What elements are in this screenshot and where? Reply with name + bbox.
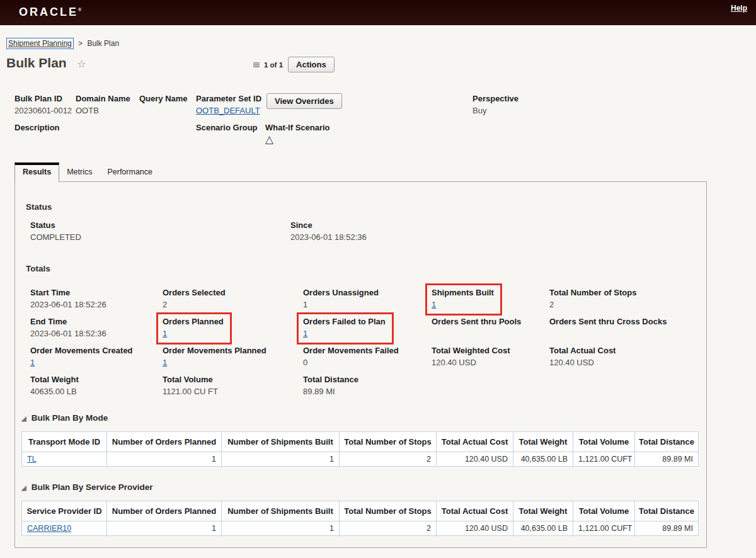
col-total-volume: Total Volume [573,501,635,521]
mode-section-heading: ◢Bulk Plan By Mode [21,413,706,423]
total-distance: Total Distance 89.89 MI [303,374,432,397]
total-orders-unassigned: Orders Unassigned 1 [303,287,432,310]
col-total-weight: Total Weight [513,432,573,452]
total-orders-planned: Orders Planned 1 [163,316,303,339]
col-total-volume: Total Volume [573,432,635,452]
breadcrumb: Shipment Planning > Bulk Plan [6,39,756,48]
what-if-triangle-icon[interactable]: △ [265,134,273,145]
service-provider-link[interactable]: CARRIER10 [27,524,71,533]
tab-results[interactable]: Results [14,162,59,182]
total-orders-selected: Orders Selected 2 [163,287,303,310]
col-total-distance: Total Distance [635,501,699,521]
col-num-orders-planned: Number of Orders Planned [107,501,222,521]
col-service-provider-id: Service Provider ID [22,501,107,521]
status-fields: Status COMPLETED Since 2023-06-01 18:52:… [30,219,706,244]
view-overrides-button[interactable]: View Overrides [266,93,342,109]
total-end-time: End Time 2023-06-01 18:52:36 [30,316,163,339]
col-total-actual-cost: Total Actual Cost [437,432,513,452]
col-total-distance: Total Distance [635,432,699,452]
breadcrumb-shipment-planning[interactable]: Shipment Planning [6,38,74,49]
table-row: CARRIER10 1 1 2 120.40 USD 40,635.00 LB … [22,521,699,536]
shipments-built-link[interactable]: 1 [432,300,436,309]
total-weight: Total Weight 40635.00 LB [30,374,163,397]
field-perspective: Perspective Buy [472,93,518,117]
total-actual-cost: Total Actual Cost 120.40 USD [549,345,706,368]
col-transport-mode-id: Transport Mode ID [22,432,107,452]
collapse-triangle-icon[interactable]: ◢ [21,415,26,422]
field-domain-name: Domain Name OOTB [76,93,130,117]
provider-section-heading: ◢Bulk Plan By Service Provider [21,482,706,492]
total-number-of-stops: Total Number of Stops 2 [549,287,706,310]
total-order-movements-failed: Order Movements Failed 0 [303,345,432,368]
col-num-shipments-built: Number of Shipments Built [222,432,340,452]
mode-table: Transport Mode ID Number of Orders Plann… [21,431,699,467]
order-movements-planned-link[interactable]: 1 [163,358,167,367]
total-start-time: Start Time 2023-06-01 18:52:26 [30,287,163,310]
field-status: Status COMPLETED [30,219,290,244]
col-total-number-of-stops: Total Number of Stops [340,501,437,521]
total-orders-failed-to-plan: Orders Failed to Plan 1 [303,316,432,339]
transport-mode-link[interactable]: TL [27,455,37,464]
total-orders-sent-thru-pools: Orders Sent thru Pools [432,316,549,339]
field-query-name: Query Name [139,93,188,117]
orders-planned-highlight-box: Orders Planned 1 [156,312,232,344]
results-list-icon[interactable] [252,60,261,69]
total-shipments-built: Shipments Built 1 [432,287,549,310]
header-fields: Bulk Plan ID 20230601-0012 Domain Name O… [0,93,756,153]
tab-performance[interactable]: Performance [100,163,160,181]
field-bulk-plan-id: Bulk Plan ID 20230601-0012 [14,93,72,117]
col-num-shipments-built: Number of Shipments Built [222,501,340,521]
registered-mark: ® [78,8,81,12]
breadcrumb-separator: > [78,39,83,48]
col-total-actual-cost: Total Actual Cost [437,501,513,521]
orders-failed-to-plan-link[interactable]: 1 [303,329,307,338]
orders-failed-highlight-box: Orders Failed to Plan 1 [297,312,394,344]
col-total-number-of-stops: Total Number of Stops [340,432,437,452]
results-panel: Status Status COMPLETED Since 2023-06-01… [14,181,707,548]
col-total-weight: Total Weight [513,501,573,521]
col-num-orders-planned: Number of Orders Planned [107,432,222,452]
orders-planned-link[interactable]: 1 [163,329,167,338]
shipments-built-highlight-box: Shipments Built 1 [425,283,502,316]
oracle-logo: ORACLE® [19,6,81,19]
field-description: Description [14,122,60,146]
totals-grid: Start Time 2023-06-01 18:52:26 Orders Se… [30,287,706,397]
total-orders-sent-thru-cross-docks: Orders Sent thru Cross Docks [549,316,706,339]
title-row: Bulk Plan ☆ 1 of 1 Actions [6,55,756,78]
help-link[interactable]: Help [731,4,747,13]
tab-metrics[interactable]: Metrics [59,163,100,181]
provider-table-header-row: Service Provider ID Number of Orders Pla… [22,501,699,521]
order-movements-created-link[interactable]: 1 [30,358,35,367]
parameter-set-link[interactable]: OOTB_DEFAULT [196,106,260,115]
record-pager: 1 of 1 [264,61,283,69]
collapse-triangle-icon[interactable]: ◢ [21,484,26,491]
totals-group-heading: Totals [26,264,706,273]
total-weighted-cost: Total Weighted Cost 120.40 USD [432,345,549,368]
mode-table-header-row: Transport Mode ID Number of Orders Plann… [22,432,699,452]
total-volume: Total Volume 1121.00 CU FT [163,374,303,397]
actions-button[interactable]: Actions [288,57,335,72]
page-title: Bulk Plan [6,55,67,70]
app-header: ORACLE® Help [0,0,756,25]
favorite-star-icon[interactable]: ☆ [77,59,86,69]
field-what-if-scenario: What-If Scenario △ [265,122,330,147]
tab-strip: Results Metrics Performance [14,162,756,181]
total-order-movements-planned: Order Movements Planned 1 [163,345,303,368]
field-parameter-set-id: Parameter Set ID OOTB_DEFAULT [196,93,261,117]
field-since: Since 2023-06-01 18:52:36 [290,219,367,244]
field-scenario-group: Scenario Group [196,122,258,146]
status-group-heading: Status [26,202,706,212]
provider-table: Service Provider ID Number of Orders Pla… [21,501,699,536]
total-order-movements-created: Order Movements Created 1 [30,345,163,368]
breadcrumb-current: Bulk Plan [87,39,119,48]
pager-cluster: 1 of 1 Actions [252,57,335,72]
table-row: TL 1 1 2 120.40 USD 40,635.00 LB 1,121.0… [22,452,699,467]
